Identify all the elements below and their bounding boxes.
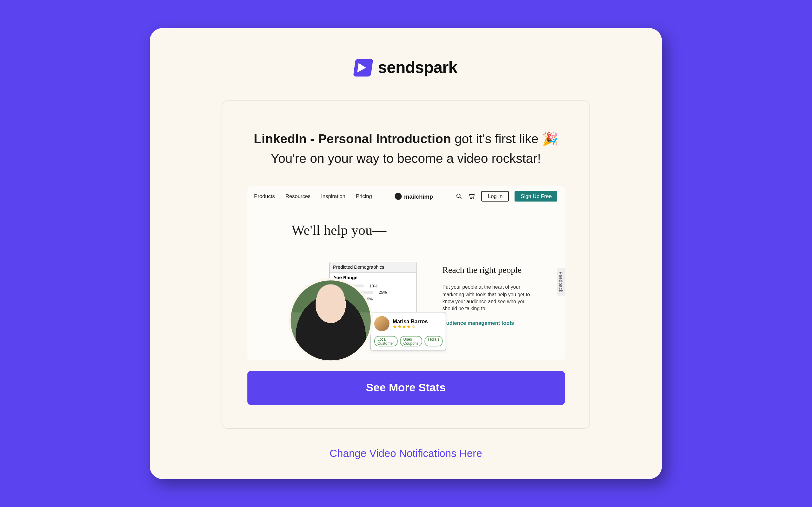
svg-line-1 [460,198,462,199]
svg-point-2 [471,198,472,199]
svg-point-0 [457,194,461,198]
thumb-right-column: Reach the right people Put your people a… [443,262,553,326]
thumb-nav-item: Resources [286,193,310,199]
thumb-nav-item: Inspiration [321,193,345,199]
thumb-nav-item: Products [254,193,275,199]
user-tag: Uses Coupons [400,336,422,346]
demo-bar-pct: 10% [367,284,377,288]
celebrate-emoji: 🎉 [542,131,558,146]
brand-name: sendspark [378,58,457,77]
user-tag: Local Customer [374,336,397,346]
svg-point-3 [473,198,474,199]
user-tag: Florals [424,336,443,346]
thumb-demo-graphic: Predicted Demographics Age Range 10% 25%… [288,262,411,360]
headline-subline: You're on your way to become a video roc… [271,152,541,166]
sendspark-logo-icon [353,59,373,76]
thumb-header-actions: Log In Sign Up Free [456,191,558,202]
headline: LinkedIn - Personal Introduction got it'… [254,129,558,169]
thumb-inline-link: Audience management tools [443,320,553,326]
user-tags: Local Customer Uses Coupons Florals [374,336,442,346]
feedback-tab: Feedback [557,268,565,296]
thumb-nav: Products Resources Inspiration Pricing [254,193,372,199]
notification-card: sendspark LinkedIn - Personal Introducti… [150,28,662,479]
thumb-login: Log In [481,191,509,202]
thumb-body-text: Put your people at the heart of your mar… [443,283,539,312]
thumb-nav-item: Pricing [356,193,372,199]
user-name: Marisa Barros [393,318,428,324]
see-more-stats-button[interactable]: See More Stats [247,371,565,405]
thumb-signup: Sign Up Free [515,191,558,202]
user-avatar-icon [374,316,389,331]
content-panel: LinkedIn - Personal Introduction got it'… [222,101,590,429]
thumb-subheading: Reach the right people [443,265,553,275]
change-notifications-link[interactable]: Change Video Notifications Here [329,448,482,460]
brand-logo: sendspark [355,58,457,77]
demo-bar-pct: 25% [376,291,387,295]
video-title: LinkedIn - Personal Introduction [254,131,451,146]
thumb-logo: mailchimp [395,193,433,200]
mailchimp-icon [395,193,402,200]
cart-icon [469,193,476,200]
search-icon [456,193,463,200]
demo-card-title: Predicted Demographics [329,262,416,273]
video-thumbnail[interactable]: Products Resources Inspiration Pricing m… [247,186,565,360]
user-rating: ★★★★☆ [393,324,428,330]
thumb-body: Predicted Demographics Age Range 10% 25%… [247,239,565,360]
headline-suffix: got it's first like [451,131,542,146]
thumb-logo-text: mailchimp [404,193,433,200]
thumb-header: Products Resources Inspiration Pricing m… [247,186,565,206]
app-backdrop: sendspark LinkedIn - Personal Introducti… [0,0,812,507]
presenter-avatar [288,278,373,360]
user-profile-card: Marisa Barros ★★★★☆ Local Customer Uses … [370,312,446,351]
thumb-hero: We'll help you— [292,223,565,239]
